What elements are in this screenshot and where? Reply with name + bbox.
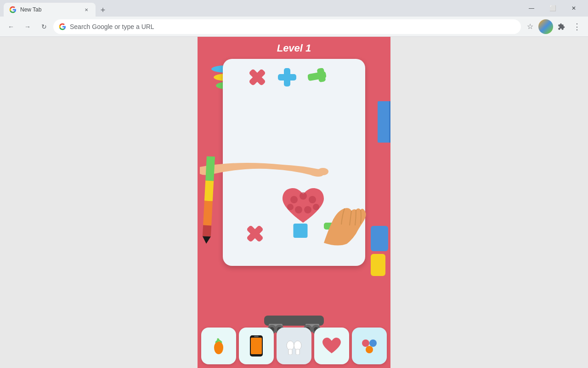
menu-button[interactable]: ⋮ [570,19,584,34]
red-x-shape [246,66,269,89]
url-bar[interactable]: Search Google or type a URL [53,19,521,34]
address-bar: ← → ↻ Search Google or type a URL ☆ ⋮ [0,17,588,37]
svg-point-10 [287,204,294,210]
back-button[interactable]: ← [4,19,18,34]
svg-rect-33 [254,336,259,337]
minimize-button[interactable]: — [521,0,542,17]
item-tray [198,324,390,368]
user-avatar[interactable] [538,19,553,34]
tab-close-button[interactable]: ✕ [83,6,90,13]
red-x-shape-bottom [243,222,266,245]
tray-item-phone[interactable] [239,328,274,364]
arm-sweep [200,151,328,183]
svg-rect-37 [296,349,300,355]
tray-item-colors[interactable] [352,328,387,364]
blue-square-piece [293,223,309,241]
google-favicon-icon [9,6,17,13]
green-l-shape [308,68,333,84]
svg-rect-16 [294,224,308,238]
game-board [223,59,365,266]
page-content: Level 1 [0,37,588,368]
active-tab[interactable]: New Tab ✕ [4,3,96,17]
reload-button[interactable]: ↻ [37,19,51,34]
google-logo-icon [59,23,66,30]
tray-item-carrot[interactable] [201,328,236,364]
close-button[interactable]: ✕ [563,0,584,17]
bookmark-button[interactable]: ☆ [523,19,537,34]
toolbar-right: ☆ ⋮ [523,19,584,34]
window-controls: — ⬜ ✕ [521,0,584,17]
forward-button[interactable]: → [20,19,35,34]
title-bar: New Tab ✕ + — ⬜ ✕ [0,0,588,17]
svg-point-13 [313,204,319,210]
svg-point-8 [300,192,307,200]
svg-point-34 [287,341,294,350]
url-text: Search Google or type a URL [70,23,154,30]
tray-item-airpods[interactable] [277,328,311,364]
blue-book-decoration [378,101,390,143]
svg-point-9 [309,196,316,203]
svg-point-39 [369,339,377,347]
svg-rect-32 [251,338,262,354]
tab-title: New Tab [20,6,41,13]
blue-plus-shape [276,66,299,89]
svg-point-30 [214,341,223,354]
game-container: Level 1 [198,37,390,368]
svg-rect-35 [288,349,292,355]
extensions-button[interactable] [554,19,569,34]
maximize-button[interactable]: ⬜ [542,0,563,17]
tray-item-heart[interactable] [314,328,349,364]
svg-point-40 [366,346,373,353]
svg-point-36 [294,341,301,350]
svg-point-7 [290,196,298,203]
svg-point-6 [317,168,328,175]
svg-point-11 [295,206,302,213]
browser-window: New Tab ✕ + — ⬜ ✕ ← → ↻ Search Google or… [0,0,588,368]
tab-bar: New Tab ✕ + [4,0,109,17]
side-cylinders [371,226,388,276]
svg-point-38 [362,339,369,347]
svg-rect-5 [317,68,326,82]
svg-rect-3 [284,68,290,86]
hand-holding [319,201,374,247]
new-tab-button[interactable]: + [96,4,109,17]
level-title: Level 1 [277,42,311,54]
svg-point-12 [304,206,311,213]
